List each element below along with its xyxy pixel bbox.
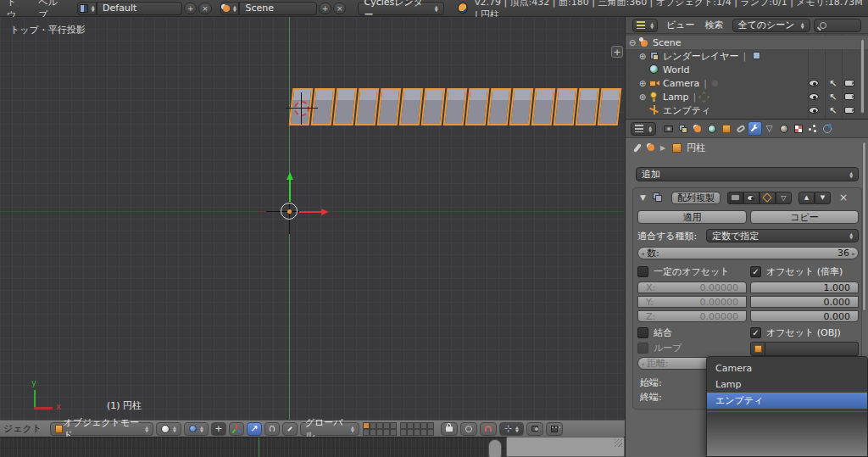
render-opengl-anim-button[interactable] [546,422,563,436]
toggle-cage-icon[interactable]: ▽ [776,192,792,204]
manipulator-x-arrow[interactable] [299,211,321,213]
outliner-filter-select[interactable]: 全てのシーン ▲▼ [732,19,810,32]
loop-checkbox[interactable] [637,343,648,354]
layer-toggle[interactable] [390,429,397,436]
translate-manipulator-button[interactable]: ↗ [247,422,262,436]
transform-orientation-select[interactable]: グローバル ▲▼ [300,422,359,436]
tab-modifiers[interactable] [748,121,762,136]
dropdown-item-empty[interactable]: エンプティ [707,393,867,409]
pivot-point-select[interactable]: ▲▼ [184,422,209,436]
layer-toggle[interactable] [414,429,420,436]
screen-layout-icon[interactable]: ▲▼ [77,2,97,15]
array-object[interactable] [487,88,512,125]
array-object[interactable] [465,88,490,125]
layer-toggle[interactable] [427,422,434,429]
layer-toggle[interactable] [376,429,383,436]
tab-render-layers[interactable] [676,121,690,136]
tab-scene[interactable] [690,121,704,136]
dropdown-item-camera[interactable]: Camera [707,360,867,376]
manipulator-toggle-button[interactable]: + [211,422,226,436]
modifier-name-input[interactable]: 配列複製 [671,192,721,204]
layer-toggle[interactable] [376,422,383,429]
restrict-select-icon[interactable]: ↖ [829,92,837,103]
dropdown-item-lamp[interactable]: Lamp [707,376,867,393]
delete-modifier-icon[interactable]: × [839,192,848,203]
mode-select[interactable]: オブジェクトモード ▲▼ [50,422,153,436]
copy-modifier-button[interactable]: コピー [750,210,859,224]
scene-select[interactable]: Scene [239,2,317,15]
restrict-view-icon[interactable] [809,93,819,100]
restrict-view-icon[interactable] [809,80,819,86]
add-layout-button[interactable]: + [184,3,197,14]
expand-icon[interactable]: ⊕ [637,92,648,102]
toggle-viewport-eye-icon[interactable] [743,192,760,204]
outliner-row-world[interactable]: World [626,63,868,76]
layer-toggle[interactable] [400,422,407,429]
array-object[interactable] [554,88,578,125]
constant-offset-checkbox[interactable] [637,266,648,277]
tab-material[interactable] [776,121,791,136]
array-object[interactable] [355,88,380,125]
fit-type-select[interactable]: 定数で指定 ▲▼ [706,229,859,242]
layer-toggle[interactable] [407,429,414,436]
object-offset-checkbox[interactable]: ✓ [750,327,761,338]
restrict-render-icon[interactable] [844,80,854,86]
array-object[interactable] [333,88,358,125]
manipulator-y-arrow[interactable] [289,179,291,202]
editor-type-select[interactable]: ▲▼ [631,122,656,136]
array-object[interactable] [531,88,556,125]
view3d-sidebar-expand-button[interactable]: + [611,46,623,58]
restrict-view-icon[interactable] [809,107,819,114]
constant-offset-toggle[interactable]: 一定のオフセット [637,265,730,278]
viewport-3d[interactable]: トップ・平行投影 y x (1) 円柱 + [0,17,625,420]
outliner-row-scene[interactable]: ⊖ Scene [626,36,868,49]
count-slider[interactable]: 数: 36 [637,247,859,259]
snap-element-select[interactable]: ⊹▲▼ [499,422,524,436]
render-engine-select[interactable]: Cyclesレンダー ▲▼ [358,2,443,15]
lock-to-scene-button[interactable] [441,422,458,436]
array-object[interactable] [598,88,622,125]
tab-object[interactable] [719,121,733,136]
timeline-scrollbar-area[interactable] [506,437,625,457]
outliner-scrollbar[interactable] [860,39,865,114]
tab-object-data[interactable]: ▽ [762,121,776,136]
merge-checkbox[interactable] [637,327,648,338]
constant-offset-z-field[interactable]: Z:0.00000 [637,310,747,322]
layer-toggle[interactable] [363,422,370,429]
object-field-input[interactable] [765,342,859,356]
editor-type-select[interactable]: ▲▼ [632,19,658,32]
layer-toggle[interactable] [383,422,390,429]
constant-offset-x-field[interactable]: X:0.00000 [637,281,747,293]
timeline-scroll-handle[interactable] [488,439,502,457]
add-scene-button[interactable]: + [319,3,331,14]
render-opengl-button[interactable] [526,422,543,436]
relative-offset-x-field[interactable]: 1.000 [750,281,859,293]
manipulator-axes-button[interactable] [229,422,244,436]
array-object[interactable] [576,88,600,125]
array-object[interactable] [377,88,402,125]
rotate-manipulator-button[interactable] [264,422,280,436]
apply-modifier-button[interactable]: 適用 [637,210,747,224]
array-object[interactable] [421,88,446,125]
relative-offset-y-field[interactable]: 0.000 [750,296,859,308]
layer-toggle[interactable] [363,429,370,436]
layer-toggle[interactable] [427,429,434,436]
collapse-panel-icon[interactable]: ▼ [640,193,646,202]
collapse-icon[interactable]: ⊖ [627,38,637,47]
array-object[interactable] [443,88,468,125]
restrict-render-icon[interactable] [844,93,854,100]
tab-constraints[interactable] [733,121,748,136]
tab-physics[interactable] [820,121,834,136]
outliner-menu-search[interactable]: 検索 [705,19,724,31]
toggle-render-icon[interactable] [727,192,743,204]
outliner-row-camera[interactable]: ⊕ Camera | ↖ [626,76,868,90]
layer-toggle[interactable] [370,422,376,429]
tab-render[interactable] [661,121,676,136]
object-offset-toggle[interactable]: ✓ オフセット (OBJ) [750,326,841,339]
tab-particles[interactable] [805,121,820,136]
layer-toggle[interactable] [370,429,376,436]
layer-toggle[interactable] [400,429,407,436]
constant-offset-y-field[interactable]: Y:0.00000 [637,296,747,308]
layer-toggle[interactable] [420,422,427,429]
scene-selector-icon[interactable]: ▲▼ [220,2,240,15]
